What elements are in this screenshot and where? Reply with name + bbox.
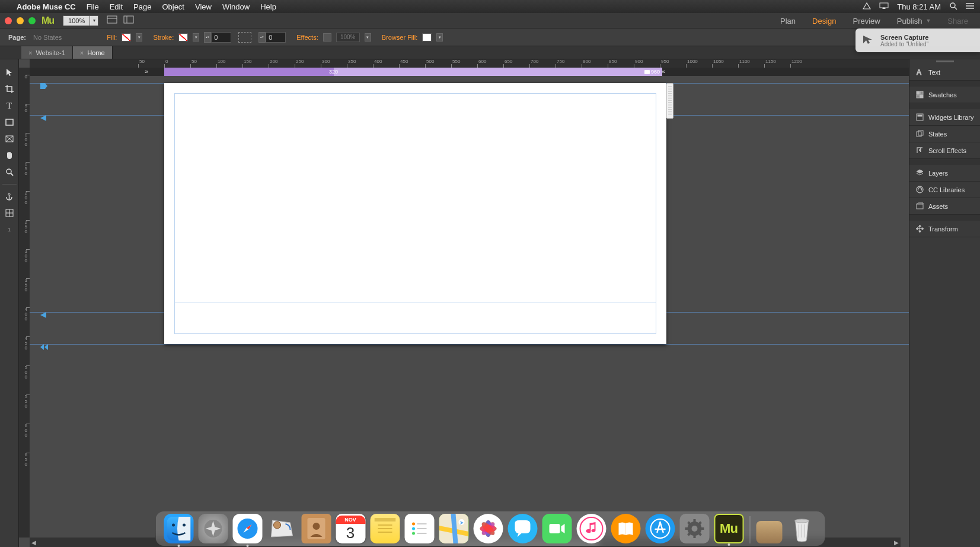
menu-help[interactable]: Help (260, 2, 276, 11)
guide-marker-icon[interactable] (40, 342, 47, 348)
page-states[interactable]: No States (33, 34, 62, 41)
stroke-weight[interactable]: ▴▾ (204, 32, 231, 43)
dock-maps[interactable]: ➤ (439, 514, 468, 543)
horizontal-ruler[interactable]: 5005010015020025030035040045050055060065… (30, 59, 909, 68)
panel-assets[interactable]: Assets (909, 198, 980, 215)
corner-radius[interactable]: ▴▾ (258, 32, 286, 43)
zoom-value[interactable]: 100% (63, 15, 90, 26)
panel-widgets[interactable]: Widgets Library (909, 109, 980, 126)
dock-calendar[interactable]: NOV3 (336, 514, 365, 543)
opacity-value[interactable]: 100% (336, 33, 360, 42)
rectangle-tool[interactable] (3, 116, 16, 128)
text-tool[interactable]: T (3, 100, 16, 112)
layout-icon-1[interactable] (107, 15, 117, 26)
guide-marker-icon[interactable] (40, 81, 47, 87)
notification-toast[interactable]: Screen Capture Added to "Unfiled" (855, 28, 980, 52)
browser-fill-dropdown[interactable]: ▾ (436, 33, 443, 42)
page-canvas[interactable] (164, 83, 666, 344)
spotlight-icon[interactable] (949, 2, 957, 12)
close-tab-icon[interactable]: × (80, 49, 84, 56)
zoom-level[interactable]: 100% ▾ (63, 15, 98, 26)
dock-notes[interactable] (370, 514, 400, 543)
breakpoint-960[interactable]: 960 (644, 69, 660, 75)
tab-home[interactable]: ×Home (73, 46, 113, 59)
menu-clock[interactable]: Thu 8:21 AM (897, 2, 941, 11)
hand-tool[interactable] (3, 150, 16, 161)
dock-trash[interactable] (787, 514, 816, 543)
anchor-tool[interactable] (3, 190, 16, 202)
fill-dropdown[interactable]: ▾ (136, 33, 142, 42)
close-tab-icon[interactable]: × (28, 49, 32, 56)
grid-tool[interactable] (3, 207, 16, 219)
scroll-right-icon[interactable]: ▶ (892, 538, 901, 547)
dock-itunes[interactable] (576, 514, 606, 543)
dock-photos[interactable] (473, 514, 503, 543)
tab-website[interactable]: ×Website-1 (21, 46, 73, 59)
fill-swatch[interactable] (122, 33, 131, 42)
breakpoint-320[interactable]: 320 (329, 69, 338, 75)
stroke-swatch[interactable] (178, 33, 188, 42)
airplay-icon[interactable] (879, 2, 889, 11)
vertical-ruler[interactable]: 050100150200250300350400450500550600650 (19, 68, 30, 538)
dock-ibooks[interactable] (611, 514, 640, 543)
browser-fill-swatch[interactable] (422, 33, 432, 42)
dock-muse[interactable]: Mu (714, 514, 743, 543)
mode-plan[interactable]: Plan (780, 17, 796, 26)
canvas-stage[interactable] (30, 76, 909, 538)
guide-bottom[interactable] (30, 344, 909, 345)
dock-finder[interactable] (164, 514, 193, 543)
dock-mail[interactable] (267, 514, 296, 543)
layout-icon-2[interactable] (123, 15, 134, 26)
breakpoint-max-icon[interactable]: « (662, 68, 665, 75)
menu-object[interactable]: Object (162, 2, 184, 11)
zoom-window[interactable] (28, 17, 36, 24)
corner-selector[interactable] (238, 32, 251, 43)
dock-preferences[interactable] (679, 514, 709, 543)
menu-window[interactable]: Window (222, 2, 250, 11)
dock-reminders[interactable] (404, 514, 434, 543)
stroke-weight-input[interactable] (211, 32, 231, 43)
mode-preview[interactable]: Preview (853, 17, 880, 26)
minimize-window[interactable] (17, 17, 24, 24)
menu-view[interactable]: View (195, 2, 212, 11)
dock-contacts[interactable] (301, 514, 331, 543)
menu-edit[interactable]: Edit (110, 2, 123, 11)
frame-tool[interactable] (3, 133, 16, 145)
selection-tool[interactable] (3, 66, 16, 78)
panel-scroll-effects[interactable]: Scroll Effects (909, 142, 980, 159)
dock-appstore[interactable] (645, 514, 675, 543)
dock-messages[interactable] (507, 514, 537, 543)
publish-dropdown[interactable]: ▼ (925, 18, 931, 24)
corner-radius-input[interactable] (266, 32, 286, 43)
dock-downloads[interactable] (756, 521, 782, 543)
zoom-tool[interactable] (3, 166, 16, 178)
opacity-dropdown[interactable]: ▾ (365, 33, 371, 42)
page-height-handle[interactable] (666, 83, 673, 119)
breakpoint-bar[interactable]: 320 960 (30, 68, 909, 76)
crop-tool[interactable] (3, 83, 16, 95)
scroll-left-icon[interactable]: ◀ (30, 538, 38, 547)
menu-file[interactable]: File (87, 2, 99, 11)
close-window[interactable] (5, 17, 12, 24)
dock-facetime[interactable] (542, 514, 572, 543)
mode-design[interactable]: Design (812, 17, 836, 26)
panel-layers[interactable]: Layers (909, 165, 980, 182)
app-name[interactable]: Adobe Muse CC (17, 2, 76, 11)
breakpoint-min-icon[interactable]: » (145, 68, 148, 75)
effects-button[interactable] (323, 33, 331, 42)
menu-page[interactable]: Page (133, 2, 151, 11)
dock-launchpad[interactable] (198, 514, 228, 543)
panel-transform[interactable]: Transform (909, 221, 980, 237)
status-icon[interactable] (863, 2, 871, 11)
dock-safari[interactable] (232, 514, 262, 543)
menu-icon[interactable] (966, 2, 974, 11)
guide-marker-icon[interactable] (40, 310, 47, 316)
guide-marker-icon[interactable] (40, 113, 47, 119)
mode-publish[interactable]: Publish (897, 17, 922, 26)
panel-swatches[interactable]: Swatches (909, 87, 980, 103)
zoom-dropdown[interactable]: ▾ (90, 15, 98, 26)
panel-text[interactable]: AText (909, 64, 980, 81)
stroke-dropdown[interactable]: ▾ (193, 33, 199, 42)
panel-states[interactable]: States (909, 126, 980, 142)
panel-cc-libraries[interactable]: CC Libraries (909, 182, 980, 198)
